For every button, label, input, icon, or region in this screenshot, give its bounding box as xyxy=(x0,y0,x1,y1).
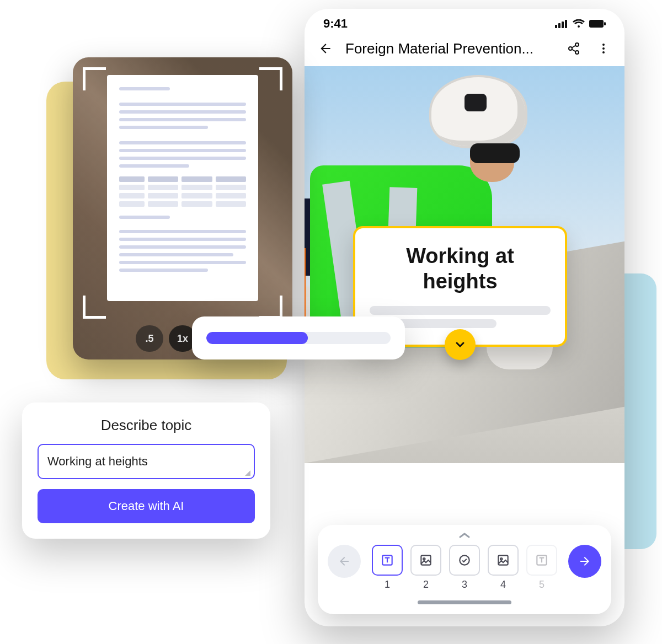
button-label: Create with AI xyxy=(109,499,184,513)
expand-button[interactable] xyxy=(445,329,476,360)
wifi-icon xyxy=(573,19,585,28)
lesson-title: Working at heights xyxy=(370,244,551,294)
svg-rect-4 xyxy=(589,20,604,28)
svg-point-13 xyxy=(602,51,605,53)
next-slide-button[interactable] xyxy=(568,545,601,578)
progress-track xyxy=(206,332,391,344)
resize-icon xyxy=(245,470,250,476)
svg-point-19 xyxy=(500,558,502,560)
prev-slide-button[interactable] xyxy=(328,545,361,578)
status-icons xyxy=(555,19,606,28)
home-indicator xyxy=(418,600,511,604)
slide-item[interactable]: 1 xyxy=(372,545,403,591)
svg-point-16 xyxy=(423,558,425,560)
signal-icon xyxy=(555,19,568,28)
back-button[interactable] xyxy=(316,39,335,58)
slide-tray: 12345 xyxy=(318,525,611,614)
phone-status-bar: 9:41 xyxy=(305,9,624,34)
zoom-option[interactable]: .5 xyxy=(136,325,163,352)
svg-rect-15 xyxy=(421,555,430,565)
create-with-ai-button[interactable]: Create with AI xyxy=(38,489,255,523)
svg-point-17 xyxy=(460,555,469,565)
scanned-document xyxy=(107,75,258,301)
phone-header: Foreign Material Prevention... xyxy=(305,34,624,66)
topic-input-value: Working at heights xyxy=(47,454,148,469)
progress-card xyxy=(192,316,405,359)
share-button[interactable] xyxy=(564,39,584,58)
slide-item[interactable]: 3 xyxy=(449,545,480,591)
more-button[interactable] xyxy=(594,39,613,58)
topic-input[interactable]: Working at heights xyxy=(38,444,255,479)
svg-rect-1 xyxy=(558,23,560,28)
svg-rect-2 xyxy=(562,22,564,28)
scan-frame-corner xyxy=(83,296,106,319)
slide-number: 3 xyxy=(462,579,467,591)
slide-number: 1 xyxy=(385,579,390,591)
scan-frame-corner xyxy=(83,67,106,90)
slide-number: 4 xyxy=(500,579,506,591)
lesson-hero-image: Working at heights xyxy=(305,66,624,463)
slide-item[interactable]: 5 xyxy=(526,545,557,591)
scan-frame-corner xyxy=(259,67,282,90)
slide-list: 12345 xyxy=(372,545,557,591)
slide-number: 2 xyxy=(423,579,429,591)
topic-heading: Describe topic xyxy=(38,417,255,434)
tray-expand-icon[interactable] xyxy=(328,529,601,545)
slide-number: 5 xyxy=(539,579,544,591)
svg-rect-18 xyxy=(498,555,508,565)
svg-point-6 xyxy=(575,43,579,46)
describe-topic-card: Describe topic Working at heights Create… xyxy=(22,402,270,539)
svg-point-7 xyxy=(569,47,572,50)
svg-rect-5 xyxy=(604,22,606,25)
slide-thumb xyxy=(372,545,403,576)
battery-icon xyxy=(589,19,606,28)
slide-thumb xyxy=(526,545,557,576)
svg-point-11 xyxy=(602,44,605,46)
svg-line-9 xyxy=(572,46,576,48)
svg-rect-3 xyxy=(565,20,567,28)
svg-point-12 xyxy=(602,47,605,50)
scan-frame-corner xyxy=(259,296,282,319)
slide-thumb xyxy=(488,545,519,576)
svg-point-8 xyxy=(575,51,579,54)
status-time: 9:41 xyxy=(323,17,348,31)
slide-item[interactable]: 2 xyxy=(410,545,441,591)
svg-rect-0 xyxy=(555,25,557,28)
slide-item[interactable]: 4 xyxy=(488,545,519,591)
svg-line-10 xyxy=(572,50,576,52)
progress-fill xyxy=(206,332,308,344)
slide-thumb xyxy=(449,545,480,576)
page-title: Foreign Material Prevention... xyxy=(345,40,554,57)
document-scanner: .51x2 xyxy=(73,57,292,359)
placeholder-line xyxy=(370,306,551,315)
slide-thumb xyxy=(410,545,441,576)
